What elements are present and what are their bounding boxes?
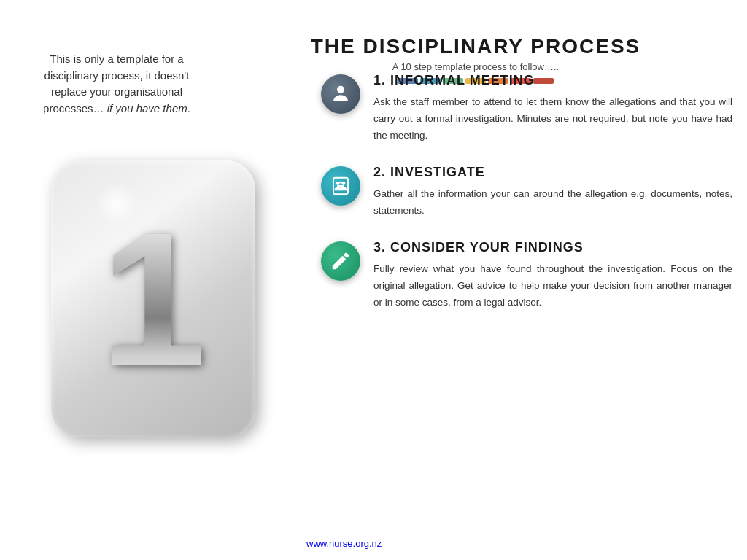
step-3-icon — [321, 241, 360, 281]
step-2: 2. INVESTIGATE Gather all the informatio… — [321, 165, 732, 219]
step-1-icon — [321, 74, 360, 114]
step-3-body: Fully review what you have found through… — [374, 261, 732, 311]
svg-point-6 — [336, 182, 340, 185]
pencil-icon — [330, 250, 352, 272]
step-1-title: 1. INFORMAL MEETING — [374, 73, 732, 88]
footer-link-container: www.nurse.org.nz — [306, 538, 382, 549]
svg-point-0 — [337, 86, 344, 93]
step-3-content: 3. CONSIDER YOUR FINDINGS Fully review w… — [374, 240, 732, 311]
person-icon — [330, 83, 352, 105]
footer-link[interactable]: www.nurse.org.nz — [306, 538, 382, 549]
step-2-content: 2. INVESTIGATE Gather all the informatio… — [374, 165, 732, 219]
step-3: 3. CONSIDER YOUR FINDINGS Fully review w… — [321, 240, 732, 311]
left-panel: This is only a template for a disciplina… — [15, 44, 219, 124]
step-1-content: 1. INFORMAL MEETING Ask the staff member… — [374, 73, 732, 144]
step-1: 1. INFORMAL MEETING Ask the staff member… — [321, 73, 732, 144]
step-2-title: 2. INVESTIGATE — [374, 165, 732, 180]
investigate-icon — [330, 175, 352, 197]
left-panel-text: This is only a template for a disciplina… — [22, 51, 212, 117]
step-2-body: Gather all the information your can arou… — [374, 186, 732, 219]
svg-point-7 — [341, 182, 345, 185]
number-one-box: 1 — [51, 160, 255, 438]
step-3-title: 3. CONSIDER YOUR FINDINGS — [374, 240, 732, 255]
step-2-icon — [321, 166, 360, 206]
right-panel: 1. INFORMAL MEETING Ask the staff member… — [306, 73, 732, 332]
number-display: 1 — [101, 204, 206, 394]
subtitle: A 10 step template process to follow….. — [219, 61, 732, 72]
number-one-container: 1 — [36, 146, 270, 452]
step-1-body: Ask the staff member to attend to let th… — [374, 94, 732, 144]
page-title: THE DISCIPLINARY PROCESS — [219, 15, 732, 58]
